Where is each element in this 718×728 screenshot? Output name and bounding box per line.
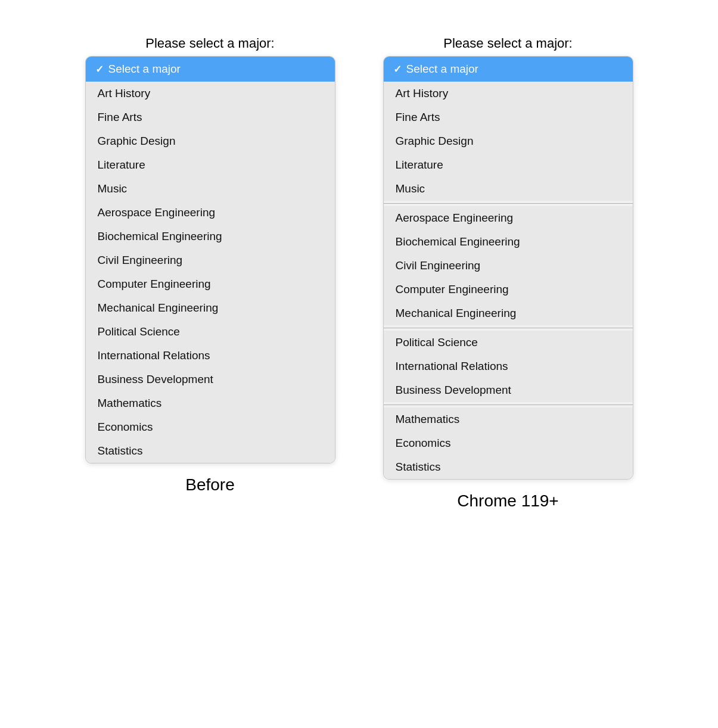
list-item[interactable]: Mechanical Engineering xyxy=(86,296,335,320)
before-panel: Please select a major: ✓ Select a major … xyxy=(85,36,335,494)
chrome-checkmark-icon: ✓ xyxy=(393,63,402,76)
list-item[interactable]: Art History xyxy=(86,82,335,105)
chrome-group-3: Political Science International Relation… xyxy=(384,331,633,402)
chrome-group-4: Mathematics Economics Statistics xyxy=(384,407,633,479)
list-item[interactable]: Fine Arts xyxy=(384,105,633,129)
chrome-selected-label: Select a major xyxy=(406,63,478,76)
list-item[interactable]: International Relations xyxy=(86,344,335,368)
list-item[interactable]: Mechanical Engineering xyxy=(384,301,633,325)
list-item[interactable]: Aerospace Engineering xyxy=(86,201,335,225)
chrome-group-2: Aerospace Engineering Biochemical Engine… xyxy=(384,206,633,325)
before-panel-label: Please select a major: xyxy=(85,36,335,51)
before-checkmark-icon: ✓ xyxy=(95,63,104,76)
before-selected-label: Select a major xyxy=(108,63,181,76)
chrome-selected-option[interactable]: ✓ Select a major xyxy=(384,57,633,82)
chrome-group-1: Art History Fine Arts Graphic Design Lit… xyxy=(384,82,633,201)
list-item[interactable]: Fine Arts xyxy=(86,105,335,129)
list-item[interactable]: Economics xyxy=(384,431,633,455)
chrome-caption-row: Chrome 119+ xyxy=(383,491,633,511)
list-item[interactable]: Economics xyxy=(86,415,335,439)
list-item[interactable]: Music xyxy=(384,177,633,201)
list-item[interactable]: Statistics xyxy=(86,439,335,463)
list-item[interactable]: Graphic Design xyxy=(384,129,633,153)
chrome-panel-label: Please select a major: xyxy=(383,36,633,51)
main-container: Please select a major: ✓ Select a major … xyxy=(12,24,706,511)
list-item[interactable]: Computer Engineering xyxy=(86,272,335,296)
list-item[interactable]: Mathematics xyxy=(384,407,633,431)
list-item[interactable]: Literature xyxy=(384,153,633,177)
group-divider-3 xyxy=(384,405,633,405)
list-item[interactable]: Mathematics xyxy=(86,391,335,415)
list-item[interactable]: Literature xyxy=(86,153,335,177)
chrome-dropdown[interactable]: ✓ Select a major Art History Fine Arts G… xyxy=(383,56,633,480)
list-item[interactable]: International Relations xyxy=(384,354,633,378)
list-item[interactable]: Biochemical Engineering xyxy=(384,230,633,254)
list-item[interactable]: Computer Engineering xyxy=(384,278,633,301)
list-item[interactable]: Political Science xyxy=(384,331,633,354)
before-caption: Before xyxy=(185,475,235,494)
list-item[interactable]: Statistics xyxy=(384,455,633,479)
list-item[interactable]: Business Development xyxy=(86,368,335,391)
list-item[interactable]: Aerospace Engineering xyxy=(384,206,633,230)
group-divider-2 xyxy=(384,328,633,328)
list-item[interactable]: Biochemical Engineering xyxy=(86,225,335,248)
list-item[interactable]: Graphic Design xyxy=(86,129,335,153)
group-divider-1 xyxy=(384,203,633,204)
list-item[interactable]: Civil Engineering xyxy=(384,254,633,278)
before-dropdown[interactable]: ✓ Select a major Art History Fine Arts G… xyxy=(85,56,335,463)
chrome-panel: Please select a major: ✓ Select a major … xyxy=(383,36,633,511)
list-item[interactable]: Civil Engineering xyxy=(86,248,335,272)
list-item[interactable]: Music xyxy=(86,177,335,201)
list-item[interactable]: Art History xyxy=(384,82,633,105)
before-caption-row: Before xyxy=(85,475,335,494)
list-item[interactable]: Business Development xyxy=(384,378,633,402)
chrome-caption: Chrome 119+ xyxy=(457,491,558,510)
list-item[interactable]: Political Science xyxy=(86,320,335,344)
before-options-group: Art History Fine Arts Graphic Design Lit… xyxy=(86,82,335,463)
before-selected-option[interactable]: ✓ Select a major xyxy=(86,57,335,82)
